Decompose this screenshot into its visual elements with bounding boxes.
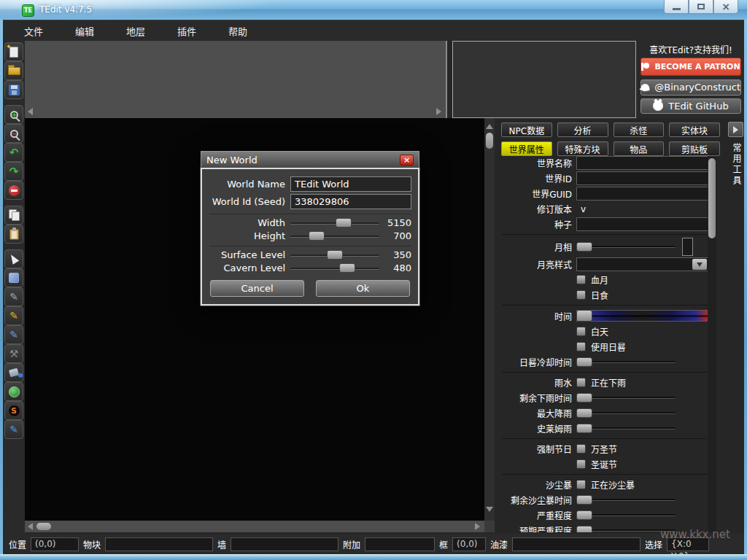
strip-scroll-right-icon[interactable] xyxy=(436,108,441,115)
knife-tool-button[interactable]: ✎ xyxy=(4,325,23,344)
blood-moon-checkbox[interactable] xyxy=(576,275,586,284)
sandstorm-active-checkbox[interactable] xyxy=(576,480,586,489)
slider-thumb[interactable] xyxy=(339,263,355,273)
christmas-checkbox[interactable] xyxy=(576,459,586,469)
panel-scroll-thumb[interactable] xyxy=(708,158,716,238)
panel-scrollbar[interactable] xyxy=(708,156,716,532)
tab-world-properties[interactable]: 世界属性 xyxy=(501,141,552,156)
arrow-tool-button[interactable] xyxy=(4,249,23,268)
slider-thumb[interactable] xyxy=(576,408,592,418)
slider-thumb[interactable] xyxy=(327,250,343,260)
tab-special-tiles[interactable]: 特殊方块 xyxy=(557,141,608,156)
sprite-tool-button[interactable]: S xyxy=(4,401,23,420)
slider-thumb[interactable] xyxy=(576,393,592,402)
paste-button[interactable] xyxy=(4,225,23,244)
stop-button[interactable] xyxy=(4,181,23,200)
strip-scroll-left-icon[interactable] xyxy=(28,108,33,115)
scroll-down-icon[interactable] xyxy=(486,507,493,512)
brush-tool-button[interactable]: ✎ xyxy=(4,306,23,325)
save-world-button[interactable] xyxy=(4,80,23,99)
menu-help[interactable]: 帮助 xyxy=(217,20,258,42)
max-rain-slider[interactable] xyxy=(576,408,676,418)
undo-button[interactable]: ↶ xyxy=(4,143,23,162)
tab-clipboard[interactable]: 剪贴板 xyxy=(669,141,720,156)
tab-npc-data[interactable]: NPC数据 xyxy=(501,122,552,137)
sandstorm-time-slider[interactable] xyxy=(576,495,676,505)
selection-tool-button[interactable] xyxy=(4,268,23,287)
seed-input[interactable] xyxy=(576,217,708,231)
slider-thumb[interactable] xyxy=(309,231,325,241)
tab-kill-tally[interactable]: 杀怪 xyxy=(614,122,665,137)
scroll-right-icon[interactable] xyxy=(475,523,480,530)
pencil-tool-button[interactable]: ✎ xyxy=(4,287,23,306)
menu-edit[interactable]: 编辑 xyxy=(64,20,105,42)
tab-items[interactable]: 物品 xyxy=(614,141,665,156)
dialog-close-button[interactable]: × xyxy=(400,155,414,166)
moon-preview-box[interactable] xyxy=(682,238,693,256)
fill-tool-button[interactable] xyxy=(4,363,23,382)
dropdown-button[interactable] xyxy=(692,259,707,270)
canvas-vertical-scrollbar[interactable] xyxy=(484,118,495,521)
slider-thumb[interactable] xyxy=(576,357,592,367)
world-id-input[interactable] xyxy=(576,171,708,185)
width-slider[interactable] xyxy=(290,218,379,228)
slider-thumb[interactable] xyxy=(576,242,592,252)
minimap-preview[interactable] xyxy=(452,41,636,118)
copy-button[interactable] xyxy=(4,206,23,225)
slime-rain-slider[interactable] xyxy=(576,424,676,433)
slider-thumb[interactable] xyxy=(336,218,352,228)
canvas-horizontal-scrollbar[interactable] xyxy=(25,521,484,532)
world-name-input[interactable] xyxy=(576,156,708,170)
slider-thumb[interactable] xyxy=(576,310,592,322)
surface-level-slider[interactable] xyxy=(290,250,379,260)
zoom-out-button[interactable]: − xyxy=(4,124,23,143)
time-slider[interactable] xyxy=(576,310,708,322)
eclipse-checkbox[interactable] xyxy=(576,290,586,300)
restore-button[interactable] xyxy=(689,0,713,14)
open-world-button[interactable] xyxy=(4,61,23,80)
world-name-dialog-input[interactable]: TEdit World xyxy=(290,176,411,192)
menu-file[interactable]: 文件 xyxy=(13,20,54,42)
minimize-button[interactable] xyxy=(664,0,689,14)
is-raining-checkbox[interactable] xyxy=(576,378,586,387)
world-id-dialog-input[interactable]: 338029806 xyxy=(290,194,411,209)
redo-button[interactable]: ↷ xyxy=(4,162,23,181)
moon-style-dropdown[interactable] xyxy=(576,257,708,271)
github-button[interactable]: TEdit GitHub xyxy=(640,98,741,114)
ok-button[interactable]: Ok xyxy=(316,280,410,297)
use-sundial-checkbox[interactable] xyxy=(576,342,586,351)
height-slider[interactable] xyxy=(290,231,379,241)
window-frame-right xyxy=(744,20,747,554)
sundial-cooldown-slider[interactable] xyxy=(576,357,676,367)
scroll-left-icon[interactable] xyxy=(28,523,33,530)
slider-thumb[interactable] xyxy=(576,510,592,520)
scroll-up-icon[interactable] xyxy=(486,124,493,129)
new-world-button[interactable]: ✦ xyxy=(4,42,23,61)
slider-thumb[interactable] xyxy=(576,495,592,505)
patreon-button[interactable]: BECOME A PATRON xyxy=(640,58,741,76)
expand-tools-button[interactable] xyxy=(728,122,743,137)
biome-tool-button[interactable] xyxy=(4,382,23,401)
pickaxe-tool-button[interactable]: ⚒ xyxy=(4,344,23,363)
horizontal-scroll-thumb[interactable] xyxy=(36,523,51,530)
menu-plugins[interactable]: 插件 xyxy=(166,20,207,42)
vertical-scroll-thumb[interactable] xyxy=(486,133,493,149)
halloween-checkbox[interactable] xyxy=(576,444,586,454)
dialog-titlebar[interactable]: New World × xyxy=(201,151,419,168)
tab-analysis[interactable]: 分析 xyxy=(557,122,608,137)
slider-thumb[interactable] xyxy=(576,526,592,532)
moon-phase-slider[interactable] xyxy=(576,242,676,252)
slider-thumb[interactable] xyxy=(576,424,592,433)
cancel-button[interactable]: Cancel xyxy=(210,280,304,297)
twitter-button[interactable]: @BinaryConstruct xyxy=(640,79,741,95)
cavern-level-slider[interactable] xyxy=(290,263,379,273)
zoom-in-button[interactable]: + xyxy=(4,105,23,124)
daytime-checkbox[interactable] xyxy=(576,327,586,336)
world-guid-input[interactable] xyxy=(576,187,708,201)
rain-time-slider[interactable] xyxy=(576,393,676,402)
tab-tile-entities[interactable]: 实体块 xyxy=(669,122,720,137)
severity-slider[interactable] xyxy=(576,510,676,520)
morph-tool-button[interactable]: ✎ xyxy=(4,420,23,439)
menu-layers[interactable]: 地层 xyxy=(115,20,156,42)
close-button[interactable]: × xyxy=(713,0,738,14)
